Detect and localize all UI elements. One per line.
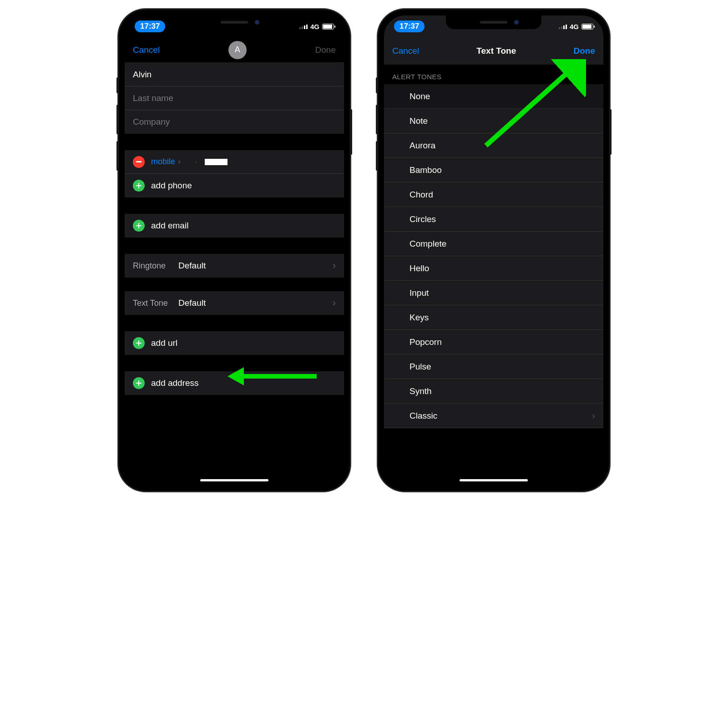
signal-icon	[559, 24, 567, 29]
chevron-right-icon: ›	[592, 410, 595, 421]
tone-label: Note	[410, 116, 428, 126]
annotation-arrow-done	[468, 59, 586, 150]
tone-row-hello[interactable]: Hello	[384, 256, 603, 281]
tone-label: Keys	[410, 313, 429, 323]
add-url-row[interactable]: add url	[125, 331, 344, 355]
tone-label: Bamboo	[410, 165, 442, 175]
notch	[187, 15, 282, 29]
tone-row-bamboo[interactable]: Bamboo	[384, 158, 603, 182]
phone-frame-left: 17:37 4G Cancel A Done Alvin Last name C…	[118, 9, 350, 491]
tone-row-complete[interactable]: Complete	[384, 232, 603, 256]
phone-type-label[interactable]: mobile	[151, 157, 175, 167]
tone-row-keys[interactable]: Keys	[384, 305, 603, 330]
phone-entry-row[interactable]: mobile › •	[125, 150, 344, 174]
tone-row-popcorn[interactable]: Popcorn	[384, 330, 603, 354]
tone-label: Complete	[410, 239, 446, 249]
cancel-button[interactable]: Cancel	[133, 45, 160, 55]
annotation-arrow-texttone	[228, 369, 318, 383]
phone-number-redacted: •	[195, 158, 200, 166]
tone-row-chord[interactable]: Chord	[384, 182, 603, 207]
home-indicator[interactable]	[200, 479, 268, 481]
svg-line-1	[486, 68, 572, 146]
phone-section: mobile › • add phone	[125, 150, 344, 197]
texttone-row[interactable]: Text Tone Default ›	[125, 291, 344, 315]
texttone-section: Text Tone Default ›	[125, 291, 344, 315]
edit-contact-content[interactable]: Alvin Last name Company mobile › • add p…	[125, 63, 344, 485]
tone-label: Chord	[410, 190, 433, 200]
chevron-right-icon: ›	[333, 260, 336, 272]
add-phone-row[interactable]: add phone	[125, 174, 344, 197]
name-section: Alvin Last name Company	[125, 63, 344, 134]
network-label: 4G	[310, 23, 319, 30]
screen-left: 17:37 4G Cancel A Done Alvin Last name C…	[125, 15, 344, 485]
battery-icon	[322, 24, 334, 30]
first-name-field[interactable]: Alvin	[125, 63, 344, 86]
status-time: 17:37	[135, 20, 165, 32]
add-icon	[133, 180, 145, 192]
tone-label: Classic	[410, 411, 437, 421]
chevron-right-icon: ›	[333, 297, 336, 309]
contact-avatar[interactable]: A	[228, 41, 247, 59]
tone-row-classic[interactable]: Classic›	[384, 404, 603, 428]
tone-label: Pulse	[410, 362, 431, 372]
add-icon	[133, 337, 145, 349]
tone-label: Aurora	[410, 141, 435, 151]
tone-row-circles[interactable]: Circles	[384, 207, 603, 232]
tone-label: Circles	[410, 214, 436, 224]
add-icon	[133, 377, 145, 389]
chevron-right-icon: ›	[178, 157, 181, 167]
tone-row-pulse[interactable]: Pulse	[384, 354, 603, 379]
notch	[446, 15, 541, 29]
tone-label: Synth	[410, 386, 432, 396]
tone-row-input[interactable]: Input	[384, 281, 603, 305]
status-time: 17:37	[394, 20, 425, 32]
remove-icon[interactable]	[133, 156, 145, 168]
navbar-edit-contact: Cancel A Done	[125, 37, 344, 63]
phone-frame-right: 17:37 4G Cancel Text Tone Done ALERT TON…	[378, 9, 610, 491]
tone-label: Hello	[410, 263, 429, 273]
ringtone-section: Ringtone Default ›	[125, 254, 344, 278]
cancel-button[interactable]: Cancel	[392, 46, 419, 56]
tone-row-synth[interactable]: Synth	[384, 379, 603, 404]
tone-label: None	[410, 91, 430, 101]
email-section: add email	[125, 214, 344, 238]
phone-number-masked	[205, 159, 228, 165]
network-label: 4G	[570, 23, 579, 30]
company-field[interactable]: Company	[125, 110, 344, 134]
home-indicator[interactable]	[460, 479, 528, 481]
last-name-field[interactable]: Last name	[125, 86, 344, 110]
ringtone-row[interactable]: Ringtone Default ›	[125, 254, 344, 278]
add-icon	[133, 220, 145, 232]
url-section: add url	[125, 331, 344, 355]
tone-label: Popcorn	[410, 337, 442, 347]
page-title: Text Tone	[476, 46, 516, 56]
signal-icon	[299, 24, 308, 29]
tone-label: Input	[410, 288, 429, 298]
status-right: 4G	[299, 23, 334, 30]
add-email-row[interactable]: add email	[125, 214, 344, 238]
status-right: 4G	[559, 23, 593, 30]
done-button[interactable]: Done	[315, 45, 336, 55]
battery-icon	[581, 24, 593, 30]
done-button[interactable]: Done	[573, 46, 595, 56]
